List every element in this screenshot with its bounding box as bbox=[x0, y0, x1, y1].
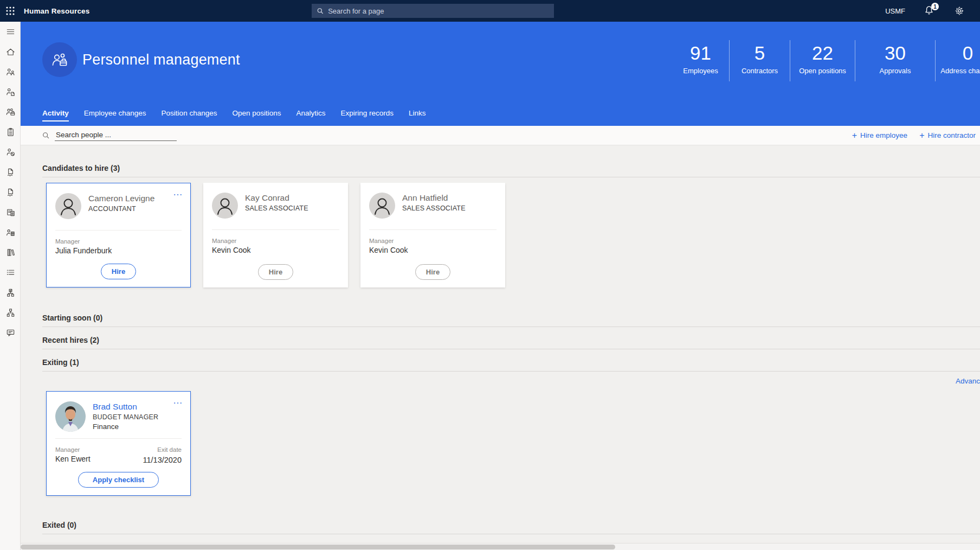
org-chart-icon bbox=[5, 308, 16, 318]
stat-approvals[interactable]: 30 Approvals bbox=[855, 40, 935, 81]
app-launcher-button[interactable] bbox=[0, 0, 21, 22]
sidebar-item-person-prohibited[interactable] bbox=[0, 142, 21, 162]
candidate-role: SALES ASSOCIATE bbox=[245, 204, 308, 212]
sidebar-item-org-check[interactable] bbox=[0, 283, 21, 303]
candidate-name[interactable]: Cameron Levigne bbox=[88, 194, 154, 203]
tab-analytics[interactable]: Analytics bbox=[296, 109, 326, 121]
workspace-main: Personnel management 91 Employees 5 Cont… bbox=[21, 22, 980, 550]
stat-label: Address changes bbox=[936, 67, 980, 75]
sidebar-item-menu[interactable] bbox=[0, 22, 21, 42]
hire-contractor-button[interactable]: + Hire contractor bbox=[919, 131, 976, 140]
manager-block: Manager Julia Funderburk bbox=[55, 238, 112, 255]
section-starting-soon[interactable]: Starting soon (0) bbox=[42, 314, 980, 327]
stat-value: 5 bbox=[730, 42, 790, 64]
section-title[interactable]: Recent hires (2) bbox=[42, 336, 980, 349]
card-divider bbox=[212, 229, 339, 230]
exiting-section-toolbar: Advanced bbox=[42, 376, 980, 386]
page-title: Personnel management bbox=[82, 52, 240, 68]
card-header: Cameron Levigne ACCOUNTANT bbox=[55, 193, 182, 219]
feedback-icon bbox=[5, 328, 16, 338]
exiting-employee-card[interactable]: ... bbox=[46, 391, 191, 496]
section-title[interactable]: Starting soon (0) bbox=[42, 314, 980, 327]
horizontal-scrollbar[interactable] bbox=[21, 543, 980, 550]
people-search bbox=[41, 130, 177, 141]
candidate-role: SALES ASSOCIATE bbox=[402, 204, 466, 212]
section-exiting[interactable]: Exiting (1) bbox=[42, 349, 980, 372]
task-list-icon bbox=[5, 127, 16, 137]
card-more-button[interactable]: ... bbox=[173, 188, 183, 197]
menu-icon bbox=[5, 27, 16, 37]
sidebar-item-person-document[interactable] bbox=[0, 82, 21, 102]
sidebar-item-report-card[interactable] bbox=[0, 202, 21, 222]
hire-button[interactable]: Hire bbox=[258, 264, 293, 280]
sidebar-item-list[interactable] bbox=[0, 263, 21, 283]
stat-label: Approvals bbox=[855, 67, 935, 75]
hire-employee-button[interactable]: + Hire employee bbox=[852, 131, 907, 140]
stat-contractors[interactable]: 5 Contractors bbox=[729, 40, 790, 81]
books-icon bbox=[5, 247, 16, 258]
sidebar-item-books[interactable] bbox=[0, 242, 21, 263]
document-handshake-2-icon bbox=[5, 187, 16, 197]
global-search-box[interactable] bbox=[312, 4, 554, 18]
sidebar-item-org-chart[interactable] bbox=[0, 303, 21, 323]
candidate-cards-row: ... Cameron Levigne ACCOUNTANT bbox=[46, 183, 980, 287]
candidate-card[interactable]: ... Cameron Levigne ACCOUNTANT bbox=[46, 183, 191, 287]
hire-button[interactable]: Hire bbox=[415, 264, 450, 280]
advanced-link[interactable]: Advanced bbox=[956, 377, 980, 385]
sidebar-item-document-handshake[interactable] bbox=[0, 162, 21, 182]
manager-name: Kevin Cook bbox=[212, 246, 251, 254]
sidebar-item-document-handshake-2[interactable] bbox=[0, 182, 21, 202]
section-title[interactable]: Exited (0) bbox=[42, 521, 980, 534]
manager-block: Manager Kevin Cook bbox=[369, 238, 408, 254]
list-icon bbox=[5, 267, 16, 278]
tab-open-positions[interactable]: Open positions bbox=[232, 109, 281, 121]
manager-name: Julia Funderburk bbox=[55, 246, 112, 255]
settings-button[interactable] bbox=[954, 5, 965, 16]
scrollbar-thumb[interactable] bbox=[21, 545, 615, 549]
tab-position-changes[interactable]: Position changes bbox=[162, 109, 217, 121]
employee-name[interactable]: Brad Sutton bbox=[93, 402, 158, 412]
stat-value: 30 bbox=[855, 42, 935, 64]
section-candidates-to-hire[interactable]: Candidates to hire (3) bbox=[42, 164, 980, 177]
app-body: Personnel management 91 Employees 5 Cont… bbox=[0, 22, 980, 550]
section-title[interactable]: Exiting (1) bbox=[42, 358, 980, 372]
left-navigation-rail bbox=[0, 22, 21, 550]
notifications-button[interactable]: 1 bbox=[924, 5, 936, 17]
sidebar-item-personnel-management[interactable] bbox=[0, 102, 21, 122]
global-search-input[interactable] bbox=[328, 7, 550, 15]
stat-employees[interactable]: 91 Employees bbox=[672, 40, 729, 81]
sidebar-item-task-list[interactable] bbox=[0, 122, 21, 142]
stat-open-positions[interactable]: 22 Open positions bbox=[790, 40, 855, 81]
company-selector[interactable]: USMF bbox=[885, 7, 905, 15]
workspace-header: Personnel management 91 Employees 5 Cont… bbox=[21, 22, 980, 126]
card-details: Manager Julia Funderburk bbox=[55, 238, 182, 255]
tab-expiring-records[interactable]: Expiring records bbox=[341, 109, 394, 121]
tab-activity[interactable]: Activity bbox=[42, 109, 69, 121]
candidate-name[interactable]: Ann Hatfield bbox=[402, 193, 466, 203]
candidate-card[interactable]: Ann Hatfield SALES ASSOCIATE Manager Kev… bbox=[360, 183, 505, 287]
tab-links[interactable]: Links bbox=[409, 109, 426, 121]
card-identity: Cameron Levigne ACCOUNTANT bbox=[88, 194, 154, 213]
people-search-input[interactable] bbox=[55, 130, 177, 141]
gear-icon bbox=[954, 5, 965, 16]
sidebar-item-feedback[interactable] bbox=[0, 323, 21, 343]
manager-block: Manager Ken Ewert bbox=[55, 446, 91, 464]
workspace-tabs: Activity Employee changes Position chang… bbox=[42, 109, 426, 121]
sidebar-item-person-group[interactable] bbox=[0, 222, 21, 242]
section-exited[interactable]: Exited (0) bbox=[42, 521, 980, 534]
apply-checklist-button[interactable]: Apply checklist bbox=[78, 472, 159, 488]
tab-employee-changes[interactable]: Employee changes bbox=[84, 109, 146, 121]
toolbar-actions: + Hire employee + Hire contractor bbox=[852, 131, 976, 140]
person-group-icon bbox=[5, 227, 16, 238]
candidate-card[interactable]: Kay Conrad SALES ASSOCIATE Manager Kevin… bbox=[203, 183, 348, 287]
avatar bbox=[212, 193, 238, 219]
candidate-name[interactable]: Kay Conrad bbox=[245, 193, 308, 203]
sidebar-item-home[interactable] bbox=[0, 42, 21, 62]
app-title: Human Resources bbox=[24, 7, 90, 15]
hire-button[interactable]: Hire bbox=[101, 264, 136, 279]
sidebar-item-people-search[interactable] bbox=[0, 62, 21, 82]
section-recent-hires[interactable]: Recent hires (2) bbox=[42, 327, 980, 349]
stat-address-changes[interactable]: 0 Address changes bbox=[935, 40, 980, 81]
card-actions: Hire bbox=[203, 264, 348, 280]
card-more-button[interactable]: ... bbox=[173, 396, 183, 405]
